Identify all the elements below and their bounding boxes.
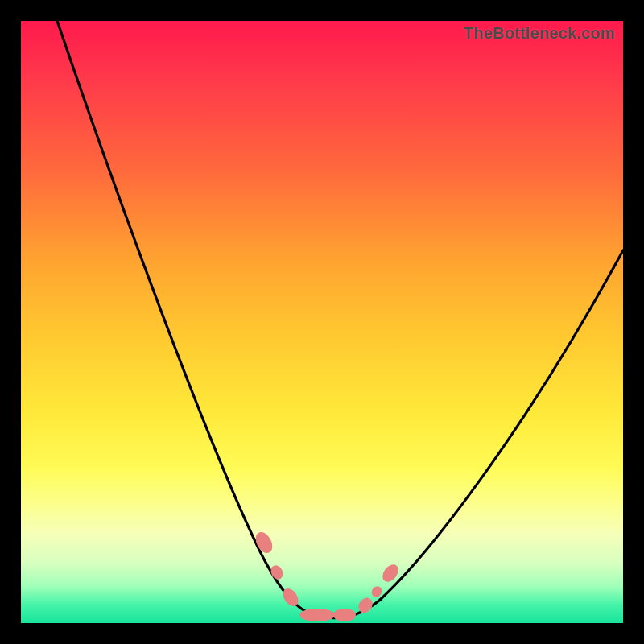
chart-frame: TheBottleneck.com — [0, 0, 644, 644]
marker-dot — [269, 564, 286, 581]
bottleneck-markers — [252, 529, 401, 621]
watermark-text: TheBottleneck.com — [464, 24, 615, 43]
marker-dot — [299, 609, 335, 621]
plot-area: TheBottleneck.com — [21, 21, 623, 623]
bottleneck-curve — [21, 21, 623, 623]
curve-path — [57, 21, 623, 618]
marker-dot — [333, 609, 356, 621]
